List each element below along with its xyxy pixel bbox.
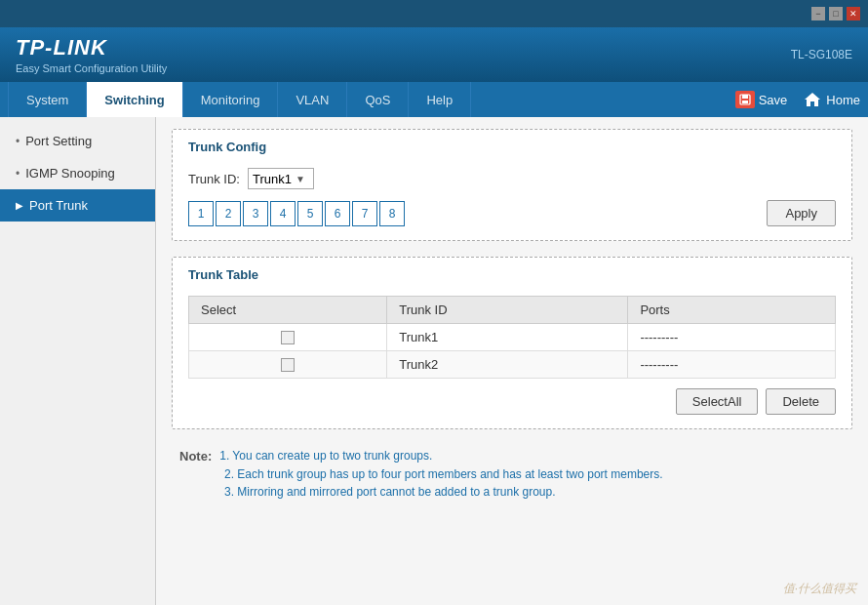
trunk-id-dropdown[interactable]: Trunk1 ▼ <box>248 168 314 189</box>
row2-select[interactable] <box>189 351 387 379</box>
window-controls[interactable]: − □ ✕ <box>811 7 860 20</box>
trunk-id-label: Trunk ID: <box>188 172 240 186</box>
note-3: 3. Mirroring and mirrored port cannot be… <box>224 485 556 499</box>
svg-rect-2 <box>742 101 748 103</box>
notes-section: Note: 1. You can create up to two trunk … <box>172 445 852 506</box>
delete-button[interactable]: Delete <box>766 388 836 415</box>
minimize-button[interactable]: − <box>811 7 825 20</box>
close-button[interactable]: ✕ <box>847 7 860 20</box>
table-row: Trunk1 --------- <box>189 324 836 351</box>
col-trunk-id: Trunk ID <box>387 297 628 324</box>
trunk-table-title: Trunk Table <box>188 267 836 286</box>
port-btn-7[interactable]: 7 <box>352 201 377 226</box>
restore-button[interactable]: □ <box>829 7 843 20</box>
sidebar-item-igmp-snooping[interactable]: IGMP Snooping <box>0 157 155 189</box>
note-label: Note: <box>179 449 212 464</box>
nav-right: Save Home <box>735 91 860 108</box>
trunk-table-section: Trunk Table Select Trunk ID Ports <box>172 257 852 429</box>
row1-ports: --------- <box>628 324 836 351</box>
home-button[interactable]: Home <box>803 91 860 108</box>
app-subtitle: Easy Smart Configuration Utility <box>16 62 167 74</box>
logo-area: TP-LINK Easy Smart Configuration Utility <box>16 35 167 74</box>
port-btn-6[interactable]: 6 <box>325 201 350 226</box>
col-ports: Ports <box>628 297 836 324</box>
watermark: 值·什么值得买 <box>783 581 856 597</box>
table-actions: SelectAll Delete <box>188 388 836 415</box>
config-left: Trunk ID: Trunk1 ▼ 1 2 3 4 5 6 7 <box>188 168 405 226</box>
main-layout: Port Setting IGMP Snooping Port Trunk Tr… <box>0 117 868 605</box>
select-all-button[interactable]: SelectAll <box>676 388 759 415</box>
home-icon <box>803 91 822 108</box>
sidebar: Port Setting IGMP Snooping Port Trunk <box>0 117 156 605</box>
content-area: Trunk Config Trunk ID: Trunk1 ▼ 1 2 3 <box>156 117 868 605</box>
checkbox-trunk2[interactable] <box>281 358 295 372</box>
trunk-id-value: Trunk1 <box>253 172 292 186</box>
sidebar-item-port-trunk[interactable]: Port Trunk <box>0 189 155 222</box>
note-row-3: 3. Mirroring and mirrored port cannot be… <box>179 485 845 499</box>
save-icon <box>735 91 755 108</box>
dropdown-arrow-icon: ▼ <box>296 174 305 184</box>
note-2: 2. Each trunk group has up to four port … <box>224 467 663 481</box>
note-1: 1. You can create up to two trunk groups… <box>219 449 432 463</box>
trunk-table: Select Trunk ID Ports Trunk1 --------- <box>188 296 836 379</box>
save-button[interactable]: Save <box>735 91 788 108</box>
nav-item-system[interactable]: System <box>8 82 87 117</box>
config-main: Trunk ID: Trunk1 ▼ 1 2 3 4 5 6 7 <box>188 168 836 226</box>
nav-bar: System Switching Monitoring VLAN QoS Hel… <box>0 82 868 117</box>
col-select: Select <box>189 297 387 324</box>
port-btn-2[interactable]: 2 <box>216 201 241 226</box>
nav-item-help[interactable]: Help <box>409 82 471 117</box>
port-btn-5[interactable]: 5 <box>297 201 323 226</box>
trunk-config-section: Trunk Config Trunk ID: Trunk1 ▼ 1 2 3 <box>172 129 852 241</box>
model-number: TL-SG108E <box>791 48 852 61</box>
svg-marker-3 <box>805 93 820 106</box>
row1-trunk-id: Trunk1 <box>387 324 628 351</box>
port-btn-4[interactable]: 4 <box>270 201 296 226</box>
svg-rect-1 <box>742 95 748 99</box>
trunk-config-title: Trunk Config <box>188 140 836 158</box>
tp-link-logo: TP-LINK <box>16 35 167 60</box>
port-buttons-group: 1 2 3 4 5 6 7 8 <box>188 201 405 226</box>
trunk-id-row: Trunk ID: Trunk1 ▼ <box>188 168 405 189</box>
note-header-row: Note: 1. You can create up to two trunk … <box>179 449 845 464</box>
table-row: Trunk2 --------- <box>189 351 836 379</box>
checkbox-trunk1[interactable] <box>281 331 295 344</box>
home-label: Home <box>826 93 860 107</box>
title-bar: − □ ✕ <box>0 0 868 27</box>
nav-item-vlan[interactable]: VLAN <box>278 82 347 117</box>
sidebar-item-port-setting[interactable]: Port Setting <box>0 125 155 157</box>
nav-item-monitoring[interactable]: Monitoring <box>183 82 279 117</box>
note-row-2: 2. Each trunk group has up to four port … <box>179 467 845 481</box>
apply-button[interactable]: Apply <box>767 200 836 226</box>
app-header: TP-LINK Easy Smart Configuration Utility… <box>0 27 868 82</box>
nav-item-switching[interactable]: Switching <box>87 82 182 117</box>
port-btn-8[interactable]: 8 <box>379 201 405 226</box>
save-label: Save <box>759 93 788 107</box>
port-btn-1[interactable]: 1 <box>188 201 214 226</box>
nav-item-qos[interactable]: QoS <box>347 82 409 117</box>
row2-trunk-id: Trunk2 <box>387 351 628 379</box>
nav-left: System Switching Monitoring VLAN QoS Hel… <box>8 82 471 117</box>
row2-ports: --------- <box>628 351 836 379</box>
row1-select[interactable] <box>189 324 387 351</box>
port-btn-3[interactable]: 3 <box>243 201 268 226</box>
